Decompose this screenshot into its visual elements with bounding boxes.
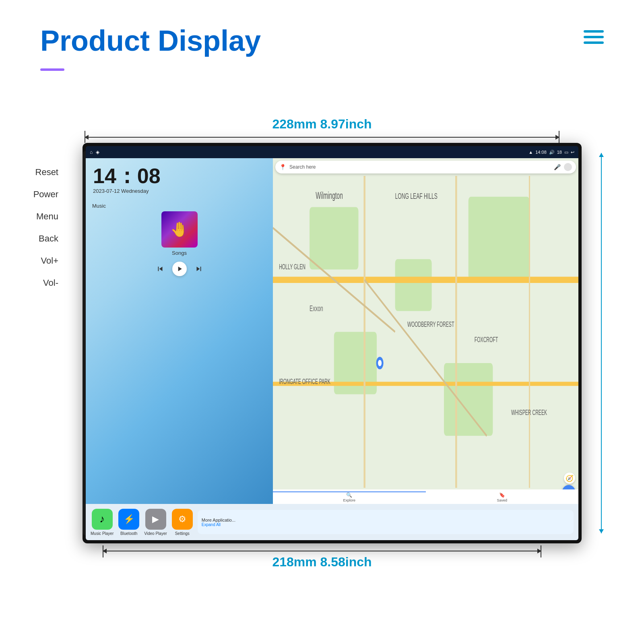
svg-point-21 [378, 360, 382, 366]
saved-label: Saved [497, 498, 508, 502]
svg-text:LONG LEAF HILLS: LONG LEAF HILLS [395, 192, 438, 201]
settings-symbol: ⚙ [178, 514, 186, 524]
music-art-inner: 🤚 [161, 211, 198, 248]
music-art-visual: 🤚 [170, 221, 188, 238]
app-bar: ♪ Music Player ⚡ Bluetooth ▶ [86, 504, 578, 540]
next-icon [194, 264, 203, 273]
explore-label: Explore [343, 498, 356, 502]
clock-time: 14：08 [93, 165, 266, 186]
svg-text:Exxon: Exxon [310, 304, 323, 313]
clock-date: 2023-07-12 Wednesday [93, 188, 266, 194]
screen-content: 14：08 2023-07-12 Wednesday Music 🤚 Songs [86, 158, 578, 540]
bluetooth-app[interactable]: ⚡ Bluetooth [118, 509, 139, 536]
svg-text:Wilmington: Wilmington [316, 190, 343, 201]
dimension-top-label: 228mm 8.97inch [272, 117, 372, 132]
home-status-icon[interactable]: ⌂ [90, 149, 93, 155]
battery-icon: ▭ [564, 150, 568, 155]
svg-text:FOXCROFT: FOXCROFT [475, 336, 498, 344]
saved-tab[interactable]: 🔖 Saved [426, 491, 578, 502]
status-bar: ⌂ ◈ ▲ 14:08 🔊 18 ▭ ↩ [86, 146, 578, 158]
map-compass[interactable]: 🧭 [564, 473, 575, 484]
back-status-icon[interactable]: ↩ [571, 150, 574, 155]
status-left: ⌂ ◈ [90, 149, 99, 155]
mic-search-icon[interactable]: 🎤 [554, 164, 561, 170]
music-player-app[interactable]: ♪ Music Player [91, 509, 114, 536]
voldown-label: Vol- [14, 272, 58, 294]
battery-level: 18 [557, 150, 562, 155]
settings-icon: ⚙ [172, 509, 193, 530]
device-body: MIC RST ⌂ ◈ [83, 143, 582, 543]
search-placeholder: Search here [289, 164, 551, 170]
svg-text:WOODBERRY FOREST: WOODBERRY FOREST [407, 320, 454, 328]
volup-label: Vol+ [14, 250, 58, 272]
settings-app[interactable]: ⚙ Settings [172, 509, 193, 536]
prev-button[interactable] [155, 263, 166, 275]
menu-icon[interactable] [584, 30, 604, 44]
svg-rect-1 [395, 259, 432, 311]
svg-text:HOLLY GLEN: HOLLY GLEN [279, 263, 305, 271]
music-controls [90, 262, 269, 276]
next-button[interactable] [193, 263, 204, 275]
reset-label: Reset [14, 161, 58, 183]
settings-label: Settings [175, 531, 190, 536]
profile-avatar [564, 163, 572, 171]
music-label: Music [92, 203, 266, 209]
status-right: ▲ 14:08 🔊 18 ▭ ↩ [528, 150, 574, 155]
dimension-bottom-label: 218mm 8.58inch [272, 555, 372, 570]
back-label: Back [14, 227, 58, 250]
video-player-icon: ▶ [145, 509, 166, 530]
prev-icon [156, 264, 165, 273]
saved-icon: 🔖 [499, 492, 505, 498]
power-label: Power [14, 183, 58, 205]
video-player-app[interactable]: ▶ Video Player [144, 509, 167, 536]
music-album-art[interactable]: 🤚 [161, 211, 198, 248]
accent-line [40, 68, 64, 71]
explore-tab[interactable]: 🔍 Explore [273, 491, 425, 502]
map-panel: 📍 Search here 🎤 [273, 158, 578, 504]
svg-text:WHISPER CREEK: WHISPER CREEK [511, 409, 547, 417]
button-labels: Reset Power Menu Back Vol+ Vol- [14, 151, 58, 294]
video-player-label: Video Player [144, 531, 167, 536]
menu-label: Menu [14, 205, 58, 227]
more-apps-subtitle: Expand All [202, 522, 570, 527]
device-wrapper: Reset Power Menu Back Vol+ Vol- MIC RST [62, 143, 582, 543]
arrow-top [85, 137, 559, 138]
page-title: Product Display [40, 24, 261, 57]
more-apps-title: More Applicatio... [202, 518, 570, 522]
arrow-bottom [103, 551, 541, 551]
music-section: Music 🤚 Songs [90, 200, 269, 258]
map-background: 📍 Search here 🎤 [273, 158, 578, 504]
music-player-label: Music Player [91, 531, 114, 536]
nav-status-icon[interactable]: ◈ [96, 149, 99, 155]
music-player-icon: ♪ [92, 509, 113, 530]
bluetooth-icon: ⚡ [118, 509, 139, 530]
main-area: 14：08 2023-07-12 Wednesday Music 🤚 Songs [86, 158, 578, 504]
music-player-symbol: ♪ [99, 513, 105, 525]
bluetooth-symbol: ⚡ [124, 514, 134, 524]
arrow-right [601, 153, 602, 533]
play-button[interactable] [172, 262, 187, 276]
status-time: 14:08 [535, 150, 547, 155]
svg-text:IRONGATE OFFICE PARK: IRONGATE OFFICE PARK [279, 378, 330, 386]
bluetooth-label: Bluetooth [120, 531, 137, 536]
left-panel: 14：08 2023-07-12 Wednesday Music 🤚 Songs [86, 158, 273, 504]
music-songs-label: Songs [92, 250, 266, 256]
clock-section: 14：08 2023-07-12 Wednesday [90, 162, 269, 197]
wifi-icon: ▲ [528, 150, 533, 155]
map-bottom-tabs: 🔍 Explore 🔖 Saved [273, 489, 578, 504]
volume-status-icon: 🔊 [549, 150, 555, 155]
svg-rect-2 [469, 197, 530, 280]
map-svg: Wilmington LONG LEAF HILLS FOXCROFT HOLL… [273, 176, 578, 488]
svg-rect-0 [310, 207, 358, 270]
explore-icon: 🔍 [346, 492, 352, 498]
more-apps-button[interactable]: More Applicatio... Expand All [198, 510, 574, 534]
screen: ⌂ ◈ ▲ 14:08 🔊 18 ▭ ↩ [86, 146, 578, 540]
video-player-symbol: ▶ [152, 514, 159, 524]
map-search-bar[interactable]: 📍 Search here 🎤 [275, 161, 576, 173]
play-icon [175, 265, 184, 273]
search-icon: 📍 [279, 164, 286, 170]
svg-rect-4 [444, 363, 493, 436]
